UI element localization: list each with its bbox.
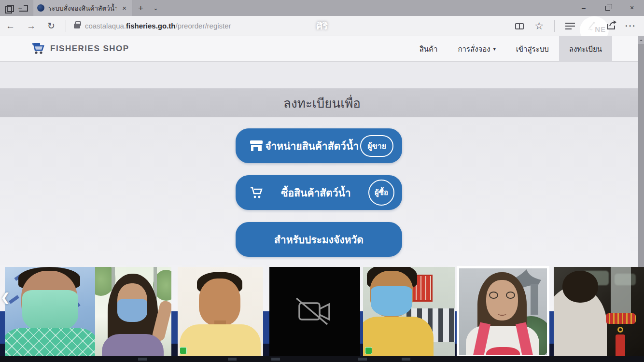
smile (498, 312, 506, 316)
video-tile-camera-off[interactable] (269, 267, 360, 356)
nav-item-products[interactable]: สินค้า (409, 36, 448, 62)
video-tile-participant-1[interactable] (5, 267, 95, 356)
divider (66, 20, 66, 32)
glasses (489, 292, 515, 299)
register-seller-button[interactable]: จำหน่ายสินค้าสัตว์น้ำ ผู้ขาย (236, 128, 402, 163)
restore-icon (605, 6, 610, 11)
register-province-button[interactable]: สำหรับประมงจังหวัด (236, 222, 402, 257)
url-prefix: coastalaqua. (85, 22, 126, 30)
set-tabs-aside-icon[interactable] (19, 5, 28, 12)
video-tile-participant-3[interactable] (178, 267, 263, 356)
share-icon[interactable] (606, 19, 618, 31)
nav-item-login[interactable]: เข้าสู่ระบบ (506, 36, 559, 62)
reading-view-icon[interactable] (515, 23, 524, 29)
ornament-band (606, 313, 636, 324)
mic-active-icon (180, 347, 187, 354)
register-buyer-button[interactable]: ซื้อสินค้าสัตว์น้ำ ผู้ซื้อ (236, 175, 402, 210)
mic-active-icon (365, 347, 372, 354)
forward-icon[interactable]: → (21, 21, 42, 31)
nav-item-register[interactable]: ลงทะเบียน (559, 36, 612, 62)
nav-label: เข้าสู่ระบบ (516, 43, 549, 55)
tab-list-dropdown-icon[interactable]: ⌄ (149, 4, 162, 12)
participant-shirt (363, 317, 434, 356)
buyer-badge: ผู้ซื้อ (368, 180, 394, 206)
hub-icon[interactable] (565, 23, 575, 29)
line-bubble-text: NE (595, 25, 606, 33)
seller-badge: ผู้ขาย (360, 135, 393, 157)
page-title: ลงทะเบียนเพื่อ (283, 93, 361, 113)
video-tile-participant-5-highlighted[interactable] (457, 266, 549, 357)
screen: ระบบสั่งจองสินค้าสัตว์น้ำ × + ⌄ – × ← → … (0, 0, 644, 362)
participant-shirt (102, 334, 164, 356)
site-header: FISHERIES SHOP สินค้า การสั่งจอง▾ เข้าสู… (0, 36, 644, 62)
strip-scroll-left-icon[interactable]: ❮ (0, 291, 10, 304)
divider (554, 20, 555, 32)
site-nav: สินค้า การสั่งจอง▾ เข้าสู่ระบบ ลงทะเบียน (409, 36, 612, 62)
new-tab-button[interactable]: + (132, 3, 149, 14)
site-favicon (37, 4, 44, 12)
cart-icon (249, 186, 264, 199)
button-label: จำหน่ายสินค้าสัตว์น้ำ (264, 138, 360, 154)
lock-icon (74, 24, 80, 28)
ornament-ring (617, 327, 623, 333)
nav-label: ลงทะเบียน (569, 43, 602, 55)
window-controls: – × (572, 0, 644, 16)
nav-item-ordering[interactable]: การสั่งจอง▾ (448, 36, 506, 62)
button-label: ซื้อสินค้าสัตว์น้ำ (264, 185, 368, 201)
browser-tab[interactable]: ระบบสั่งจองสินค้าสัตว์น้ำ × (33, 0, 132, 16)
storefront-icon (249, 139, 264, 152)
restore-button[interactable] (596, 0, 620, 16)
nav-label: การสั่งจอง (458, 43, 490, 55)
url-path: /preorder/register (176, 22, 231, 30)
scroll-up-icon[interactable] (640, 38, 643, 41)
settings-more-icon[interactable]: ··· (622, 21, 639, 31)
nav-label: สินค้า (420, 43, 438, 55)
face-mask (117, 299, 147, 322)
participant-shirt (5, 328, 95, 356)
brand-name: FISHERIES SHOP (50, 44, 129, 54)
participant-head (562, 271, 598, 303)
camera-off-icon (292, 294, 338, 329)
heading-band: ลงทะเบียนเพื่อ (0, 88, 644, 117)
browser-tab-bar: ระบบสั่งจองสินค้าสัตว์น้ำ × + ⌄ – × (0, 0, 644, 16)
cart-logo-icon (31, 42, 45, 56)
participant-shirt (180, 324, 261, 356)
refresh-icon[interactable]: ↻ (42, 20, 61, 31)
scrollbar-thumb[interactable] (638, 44, 644, 267)
tab-title: ระบบสั่งจองสินค้าสัตว์น้ำ (48, 3, 117, 14)
backpack (486, 347, 520, 357)
ornament-tassel (616, 334, 625, 356)
tab-preview-icon[interactable] (5, 5, 13, 12)
face-mask (22, 290, 78, 332)
minimize-button[interactable]: – (572, 0, 596, 16)
video-tile-participant-4[interactable] (363, 267, 455, 356)
participant-face (199, 278, 240, 326)
close-tab-icon[interactable]: × (121, 4, 128, 12)
chevron-down-icon: ▾ (493, 46, 496, 52)
url-field[interactable]: coastalaqua.fisheries.go.th/preorder/reg… (85, 22, 231, 30)
video-tile-participant-6[interactable] (554, 267, 644, 356)
favorites-star-icon[interactable]: ☆ (529, 20, 549, 32)
back-icon[interactable]: ← (0, 21, 21, 31)
close-window-button[interactable]: × (620, 0, 644, 16)
page-scrollbar[interactable] (638, 36, 644, 267)
browser-address-bar: ← → ↻ coastalaqua.fisheries.go.th/preord… (0, 16, 644, 36)
windows-taskbar[interactable] (0, 356, 644, 362)
url-domain: fisheries.go.th (126, 22, 176, 30)
face-mask (371, 286, 412, 316)
site-logo[interactable]: FISHERIES SHOP (31, 36, 129, 61)
button-label: สำหรับประมงจังหวัด (236, 232, 402, 248)
video-tile-participant-2[interactable] (95, 267, 171, 356)
content-spacer (0, 62, 644, 88)
